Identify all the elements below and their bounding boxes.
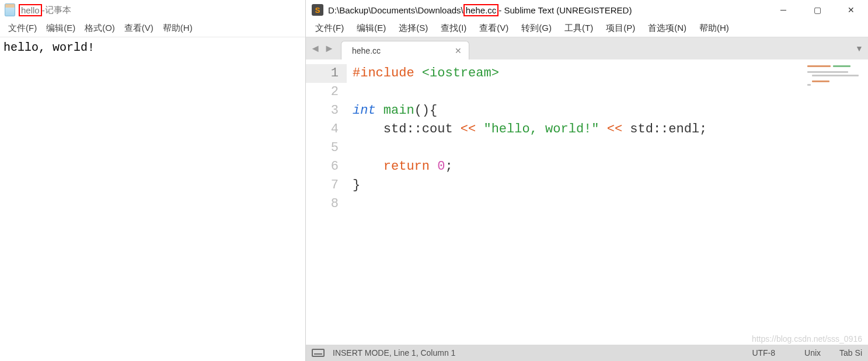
sublime-title-file: hehe.cc: [463, 4, 499, 16]
menu-format[interactable]: 格式(O): [81, 22, 118, 35]
minimap[interactable]: [804, 59, 868, 345]
menu-view[interactable]: 查看(V): [121, 22, 157, 35]
menu-edit[interactable]: 编辑(E): [43, 22, 79, 35]
line-number: 7: [306, 176, 339, 195]
token-indent: [353, 122, 384, 136]
maximize-button[interactable]: ▢: [800, 0, 834, 20]
editor-area: 1 2 3 4 5 6 7 8 #include <iostream> int …: [306, 59, 868, 345]
st-menu-prefs[interactable]: 首选项(N): [643, 22, 691, 35]
st-menu-view[interactable]: 查看(V): [475, 22, 513, 35]
menu-file[interactable]: 文件(F): [5, 22, 40, 35]
status-indent[interactable]: Tab Si: [839, 348, 862, 358]
token-preproc: #include: [353, 66, 414, 80]
tab-strip: ◄ ► hehe.cc ✕ ▼: [306, 37, 868, 59]
sublime-title-suffix: - Sublime Text (UNREGISTERED): [499, 5, 632, 15]
line-number: 2: [306, 83, 339, 101]
line-number: 5: [306, 139, 339, 157]
st-menu-goto[interactable]: 转到(G): [517, 22, 556, 35]
minimap-line: [812, 75, 859, 76]
token-string: "hello, world!": [476, 122, 606, 136]
token-keyword: return: [384, 159, 430, 174]
panel-toggle-icon[interactable]: [312, 349, 325, 357]
sublime-window: S D:\Backup\Documents\Downloads\ hehe.cc…: [306, 0, 868, 361]
token-punc: (){: [414, 103, 438, 118]
token-ns: std::endl;: [622, 122, 707, 136]
notepad-titlebar[interactable]: hello - 记事本: [0, 0, 305, 20]
line-gutter[interactable]: 1 2 3 4 5 6 7 8: [306, 59, 347, 345]
st-menu-project[interactable]: 项目(P): [601, 22, 640, 35]
sublime-titlebar[interactable]: S D:\Backup\Documents\Downloads\ hehe.cc…: [306, 0, 868, 20]
notepad-title-file: hello: [19, 4, 42, 16]
status-bar: INSERT MODE, Line 1, Column 1 UTF-8 Unix…: [306, 345, 868, 361]
status-encoding[interactable]: UTF-8: [741, 348, 786, 358]
sublime-menubar: 文件(F) 编辑(E) 选择(S) 查找(I) 查看(V) 转到(G) 工具(T…: [306, 20, 868, 37]
tab-overflow-button[interactable]: ▼: [850, 37, 868, 59]
token-header: <iostream>: [422, 66, 499, 80]
token-number: 0: [437, 159, 445, 174]
minimize-button[interactable]: ─: [766, 0, 800, 20]
st-menu-tools[interactable]: 工具(T): [560, 22, 598, 35]
token-func: main: [384, 103, 414, 118]
tab-nav-arrows[interactable]: ◄ ►: [306, 37, 339, 59]
sublime-title-path: D:\Backup\Documents\Downloads\: [328, 5, 463, 15]
token-space: [430, 159, 437, 174]
window-buttons: ─ ▢ ✕: [766, 0, 868, 20]
token-brace: }: [353, 178, 360, 192]
code-editor[interactable]: #include <iostream> int main(){ std::cou…: [347, 59, 804, 345]
line-number: 4: [306, 120, 339, 139]
tab-label: hehe.cc: [352, 46, 381, 55]
st-menu-find[interactable]: 查找(I): [436, 22, 471, 35]
status-mode[interactable]: INSERT MODE, Line 1, Column 1: [333, 348, 455, 358]
line-number: 1: [306, 64, 347, 83]
line-number: 6: [306, 157, 339, 176]
token-indent: [353, 159, 384, 174]
minimap-line: [812, 80, 829, 82]
token-punc: ;: [445, 159, 452, 174]
close-button[interactable]: ✕: [834, 0, 868, 20]
chevron-left-icon[interactable]: ◄: [310, 43, 320, 55]
token-op: <<: [607, 122, 622, 136]
tab-hehe-cc[interactable]: hehe.cc ✕: [341, 41, 469, 59]
chevron-right-icon[interactable]: ►: [324, 43, 334, 55]
minimap-line: [807, 65, 831, 67]
notepad-icon: [5, 3, 15, 16]
st-menu-help[interactable]: 帮助(H): [695, 22, 734, 35]
menu-help[interactable]: 帮助(H): [159, 22, 196, 35]
st-menu-file[interactable]: 文件(F): [311, 22, 348, 35]
status-line-ending[interactable]: Unix: [794, 348, 831, 358]
token-ns: std::cout: [384, 122, 461, 136]
line-number: 8: [306, 195, 339, 213]
token-op: <<: [461, 122, 476, 136]
minimap-line: [807, 71, 848, 73]
sublime-icon: S: [312, 4, 323, 16]
notepad-window: hello - 记事本 文件(F) 编辑(E) 格式(O) 查看(V) 帮助(H…: [0, 0, 306, 361]
token-type: int: [353, 103, 376, 118]
line-number: 3: [306, 101, 339, 120]
minimap-line: [807, 84, 811, 86]
minimap-line: [833, 65, 850, 67]
notepad-title-app: 记事本: [45, 5, 71, 16]
tab-close-icon[interactable]: ✕: [455, 46, 462, 55]
st-menu-edit[interactable]: 编辑(E): [352, 22, 391, 35]
st-menu-select[interactable]: 选择(S): [394, 22, 433, 35]
notepad-text-area[interactable]: hello, world!: [0, 37, 305, 361]
notepad-menubar: 文件(F) 编辑(E) 格式(O) 查看(V) 帮助(H): [0, 20, 305, 37]
